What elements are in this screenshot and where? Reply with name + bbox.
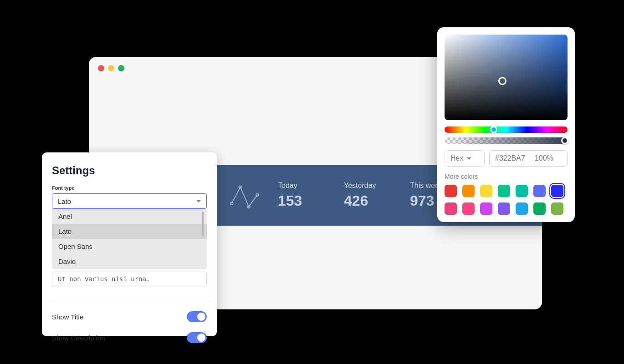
color-swatch[interactable] <box>445 202 457 215</box>
swatch-grid <box>445 185 568 215</box>
window-close-button[interactable] <box>98 65 104 71</box>
color-swatch[interactable] <box>480 202 492 215</box>
dropdown-scrollbar[interactable] <box>202 212 204 236</box>
divider <box>48 302 210 302</box>
color-swatch[interactable] <box>480 185 492 197</box>
input-divider <box>530 154 530 162</box>
hex-input[interactable]: #322BA7 100% <box>489 150 568 167</box>
toggle-row-show-description: Show Description <box>52 332 207 343</box>
color-input-row: Hex #322BA7 100% <box>445 150 568 167</box>
settings-title: Settings <box>52 164 207 177</box>
stat-label: Yesterday <box>344 182 385 190</box>
color-swatch[interactable] <box>445 185 457 197</box>
font-option-david[interactable]: David <box>52 254 207 269</box>
chevron-down-icon <box>467 157 471 160</box>
font-dropdown-list: Ariel Lato Open Sans David <box>52 209 207 269</box>
color-swatch[interactable] <box>498 202 510 215</box>
font-option-open-sans[interactable]: Open Sans <box>52 239 207 254</box>
font-type-select[interactable]: Lato <box>52 193 207 209</box>
toggle-knob <box>197 334 205 342</box>
window-minimize-button[interactable] <box>108 65 114 71</box>
window-controls <box>98 65 124 71</box>
toggle-label: Show Title <box>52 313 83 321</box>
color-swatch[interactable] <box>533 202 546 215</box>
color-format-value: Hex <box>450 154 463 162</box>
color-format-select[interactable]: Hex <box>445 150 485 167</box>
window-maximize-button[interactable] <box>118 65 124 71</box>
color-gradient-field[interactable] <box>445 35 568 120</box>
font-select-wrap: Lato Ariel Lato Open Sans David <box>52 193 207 269</box>
color-swatch[interactable] <box>462 185 475 197</box>
font-type-label: Font type <box>52 185 207 191</box>
hue-slider[interactable] <box>445 126 568 133</box>
show-title-toggle[interactable] <box>187 311 207 322</box>
stat-value: 153 <box>278 192 319 209</box>
color-swatch[interactable] <box>516 185 528 197</box>
font-option-ariel[interactable]: Ariel <box>52 209 207 224</box>
hex-value: #322BA7 <box>495 154 525 162</box>
opacity-value: 100% <box>535 154 553 162</box>
show-description-toggle[interactable] <box>187 332 207 343</box>
description-textarea[interactable] <box>52 272 207 287</box>
color-swatch[interactable] <box>551 185 563 197</box>
color-swatch[interactable] <box>533 185 546 197</box>
color-picker-panel: Hex #322BA7 100% More colors <box>437 27 575 222</box>
stat-yesterday: Yesterday 426 <box>344 182 385 209</box>
more-colors-label: More colors <box>445 173 568 180</box>
alpha-slider-handle[interactable] <box>561 137 568 144</box>
stat-value: 426 <box>344 192 385 209</box>
color-swatch[interactable] <box>462 202 475 215</box>
settings-panel: Settings Font type Lato Ariel Lato Open … <box>42 152 217 336</box>
chevron-down-icon <box>196 200 201 202</box>
font-option-lato[interactable]: Lato <box>52 224 207 239</box>
stat-label: Today <box>278 182 319 190</box>
alpha-slider[interactable] <box>445 137 568 144</box>
font-selected-value: Lato <box>58 197 71 205</box>
toggle-label: Show Description <box>52 334 105 342</box>
hue-slider-handle[interactable] <box>490 126 497 133</box>
toggle-knob <box>197 313 205 321</box>
color-swatch[interactable] <box>551 202 563 215</box>
toggle-row-show-title: Show Title <box>52 311 207 322</box>
stat-today: Today 153 <box>278 182 319 209</box>
sparkline-chart-icon <box>230 182 264 209</box>
color-swatch[interactable] <box>498 185 510 197</box>
gradient-cursor[interactable] <box>498 77 506 85</box>
color-swatch[interactable] <box>516 202 528 215</box>
